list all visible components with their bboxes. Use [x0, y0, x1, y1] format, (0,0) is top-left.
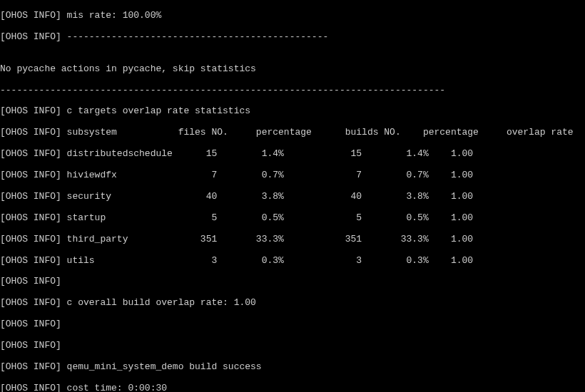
stats-row: [OHOS INFO] hiviewdfx 7 0.7% 7 0.7% 1.00	[0, 170, 585, 181]
stats-header: [OHOS INFO] subsystem files NO. percenta…	[0, 128, 585, 138]
stats-row: [OHOS INFO] startup 5 0.5% 5 0.5% 1.00	[0, 213, 585, 224]
stats-row: [OHOS INFO] utils 3 0.3% 3 0.3% 1.00	[0, 256, 585, 267]
cost-time: [OHOS INFO] cost time: 0:00:30	[0, 383, 585, 392]
info-line: [OHOS INFO]	[0, 341, 585, 351]
stats-title: [OHOS INFO] c targets overlap rate stati…	[0, 106, 585, 117]
info-separator: [OHOS INFO] ----------------------------…	[0, 32, 585, 43]
build-success: [OHOS INFO] qemu_mini_system_demo build …	[0, 362, 585, 373]
overall-rate: [OHOS INFO] c overall build overlap rate…	[0, 298, 585, 309]
stats-row: [OHOS INFO] third_party 351 33.3% 351 33…	[0, 234, 585, 245]
info-line: [OHOS INFO] mis rate: 100.00%	[0, 11, 585, 21]
stats-row: [OHOS INFO] security 40 3.8% 40 3.8% 1.0…	[0, 192, 585, 202]
info-line: [OHOS INFO]	[0, 277, 585, 287]
info-line: [OHOS INFO]	[0, 319, 585, 330]
stats-row: [OHOS INFO] distributedschedule 15 1.4% …	[0, 149, 585, 160]
terminal-output[interactable]: [OHOS INFO] mis rate: 100.00% [OHOS INFO…	[0, 0, 585, 392]
pycache-line: No pycache actions in pycache, skip stat…	[0, 64, 585, 75]
separator-line: ----------------------------------------…	[0, 86, 585, 96]
